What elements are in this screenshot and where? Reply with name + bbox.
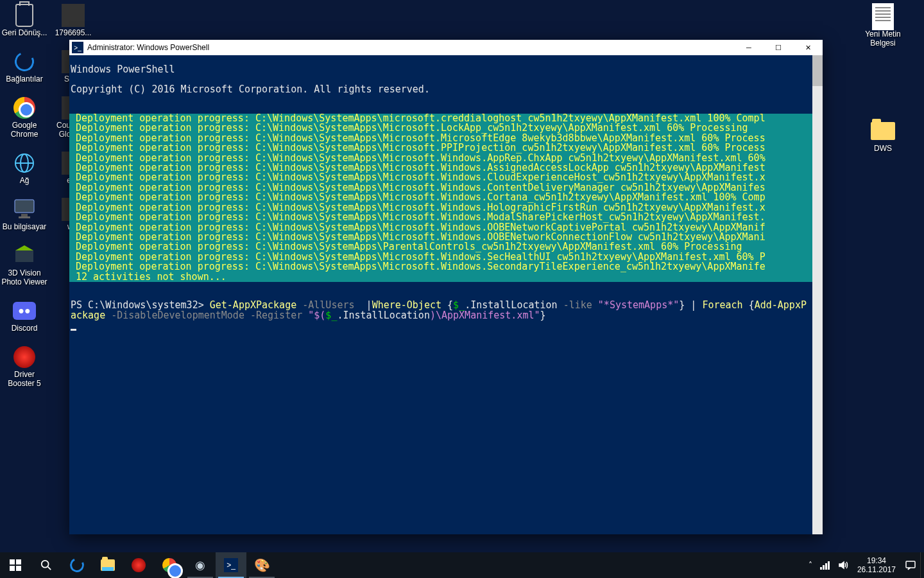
scrollbar-track[interactable] (812, 55, 823, 534)
desktop-icon-label: Bu bilgisayar (3, 222, 47, 231)
system-tray: ˄ 19:34 26.11.2017 (805, 552, 924, 578)
svg-rect-15 (823, 565, 825, 570)
desktop-icon-label: Google Chrome (1, 121, 47, 139)
edge-icon (12, 49, 37, 74)
tray-overflow-icon[interactable]: ˄ (805, 552, 816, 578)
taskbar-powershell[interactable]: >_ (216, 552, 246, 578)
progress-line: Deployment operation progress: C:\Window… (76, 213, 812, 222)
svg-rect-18 (906, 561, 915, 568)
desktop-icon[interactable]: Geri Dönüş... (0, 3, 49, 37)
minimize-button[interactable]: ─ (734, 40, 764, 55)
progress-line: Deployment operation progress: C:\Window… (76, 242, 812, 252)
progress-line: Deployment operation progress: C:\Window… (76, 223, 812, 232)
svg-rect-16 (825, 563, 827, 570)
cursor (71, 329, 76, 331)
desktop-icon-label: Discord (12, 324, 38, 333)
chrome-icon (12, 95, 37, 121)
ps-header-1: Windows PowerShell (69, 65, 812, 74)
desktop-icon-label: Geri Dönüş... (2, 28, 47, 37)
desktop-icon-label: DWS (874, 144, 892, 153)
terminal-body[interactable]: Windows PowerShell Copyright (C) 2016 Mi… (69, 55, 823, 534)
search-button[interactable] (31, 552, 62, 578)
desktop-icon-label: Yeni Metin Belgesi (860, 30, 906, 48)
svg-rect-6 (15, 250, 33, 262)
taskbar-steam[interactable]: ◉ (185, 552, 216, 578)
db-icon (12, 344, 37, 370)
desktop-icon[interactable]: 3D Vision Photo Viewer (0, 243, 49, 286)
desktop-icon[interactable]: ●●Discord (0, 298, 49, 333)
window-title: Administrator: Windows PowerShell (87, 43, 734, 52)
desktop-icon[interactable]: DWS (859, 118, 907, 153)
bin-icon (12, 3, 37, 28)
progress-line: Deployment operation progress: C:\Window… (76, 153, 812, 163)
desktop-icon[interactable]: Bağlantılar (0, 49, 49, 83)
discord-icon: ●● (12, 298, 37, 324)
desktop-icon-label: Bağlantılar (6, 74, 42, 83)
powershell-icon: >_ (72, 42, 83, 53)
maximize-button[interactable]: ☐ (764, 40, 793, 55)
pc-icon (12, 197, 37, 222)
svg-rect-10 (10, 566, 15, 571)
show-desktop-button[interactable] (920, 552, 924, 578)
progress-line: Deployment operation progress: C:\Window… (76, 163, 812, 173)
action-center-icon[interactable] (901, 552, 920, 578)
3dv-icon (12, 243, 37, 268)
taskbar-driver-booster[interactable] (123, 552, 154, 578)
tray-network-icon[interactable] (816, 552, 834, 578)
svg-rect-5 (19, 216, 30, 218)
progress-line: Deployment operation progress: C:\Window… (76, 262, 812, 272)
progress-line: Deployment operation progress: C:\Window… (76, 114, 812, 123)
progress-line: Deployment operation progress: C:\Window… (76, 173, 812, 182)
taskbar-edge[interactable] (62, 552, 92, 578)
desktop-icon[interactable]: Bu bilgisayar (0, 197, 49, 231)
powershell-window: >_ Administrator: Windows PowerShell ─ ☐… (69, 40, 823, 534)
app-icon (60, 3, 86, 28)
progress-line: Deployment operation progress: C:\Window… (76, 232, 812, 242)
net-icon (12, 150, 37, 176)
svg-marker-7 (15, 245, 33, 250)
command-line: PS C:\Windows\system32> Get-AppXPackage … (69, 301, 812, 330)
tray-volume-icon[interactable] (834, 552, 852, 578)
ps-header-2: Copyright (C) 2016 Microsoft Corporation… (69, 85, 812, 94)
folder-icon (870, 118, 896, 144)
clock-time: 19:34 (867, 556, 886, 565)
svg-rect-14 (820, 567, 822, 570)
svg-rect-17 (828, 561, 830, 570)
progress-line: Deployment operation progress: C:\Window… (76, 134, 812, 143)
desktop-icon[interactable]: 1796695... (49, 3, 98, 37)
taskbar-clock[interactable]: 19:34 26.11.2017 (852, 556, 901, 574)
progress-line: 12 activities not shown... (76, 272, 812, 282)
window-titlebar[interactable]: >_ Administrator: Windows PowerShell ─ ☐… (69, 40, 823, 55)
svg-rect-9 (16, 559, 21, 565)
desktop-icon-label: 1796695... (55, 28, 92, 37)
progress-line: Deployment operation progress: C:\Window… (76, 143, 812, 153)
desktop-icon-label: Driver Booster 5 (1, 370, 47, 388)
progress-line: Deployment operation progress: C:\Window… (76, 203, 812, 213)
taskbar-file-explorer[interactable] (92, 552, 123, 578)
svg-rect-4 (21, 214, 28, 216)
close-button[interactable]: ✕ (793, 40, 823, 55)
progress-line: Deployment operation progress: C:\Window… (76, 193, 812, 202)
desktop-icon-label: 3D Vision Photo Viewer (1, 268, 47, 286)
start-button[interactable] (0, 552, 31, 578)
taskbar-paint[interactable]: 🎨 (246, 552, 277, 578)
progress-line: Deployment operation progress: C:\Window… (76, 123, 812, 133)
desktop-icon[interactable]: Driver Booster 5 (0, 344, 49, 388)
desktop-icon[interactable]: Google Chrome (0, 95, 49, 139)
desktop-icon-label: Ağ (20, 176, 30, 185)
taskbar: ◉ >_ 🎨 ˄ 19:34 26.11.2017 (0, 552, 924, 578)
svg-rect-8 (10, 559, 15, 565)
desktop-icon[interactable]: Ağ (0, 150, 49, 185)
svg-line-13 (48, 567, 51, 570)
taskbar-chrome[interactable] (154, 552, 185, 578)
doc-icon (870, 4, 896, 30)
progress-block: Deployment operation progress: C:\Window… (69, 114, 812, 282)
svg-rect-3 (15, 200, 34, 213)
desktop-icon[interactable]: Yeni Metin Belgesi (859, 4, 907, 48)
svg-point-12 (42, 561, 49, 568)
progress-line: Deployment operation progress: C:\Window… (76, 252, 812, 262)
progress-line: Deployment operation progress: C:\Window… (76, 183, 812, 193)
clock-date: 26.11.2017 (857, 565, 896, 574)
scrollbar-thumb[interactable] (812, 55, 823, 86)
svg-rect-11 (16, 566, 21, 571)
